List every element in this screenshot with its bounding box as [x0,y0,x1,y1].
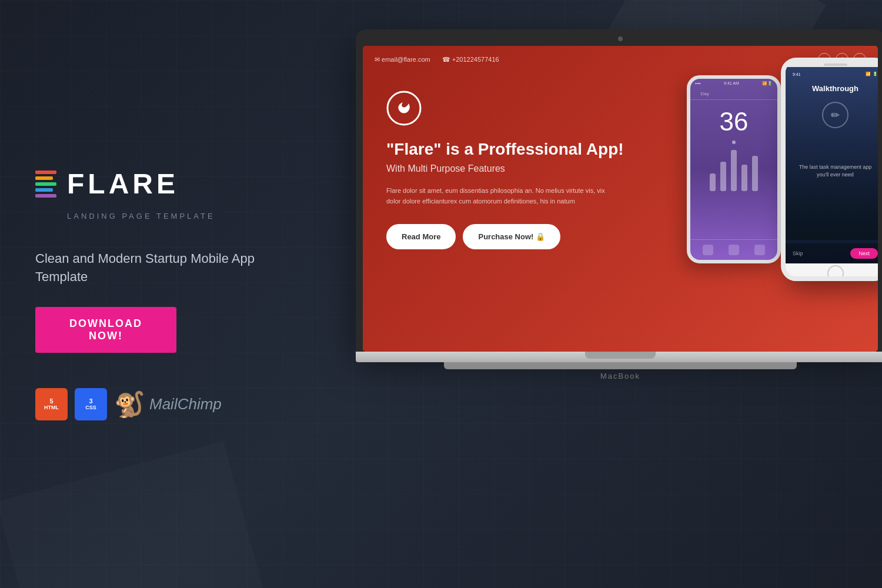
phone2-home-button[interactable] [827,265,844,281]
html-badge: 5 HTML [35,388,68,420]
css-version: 3 [89,397,92,405]
bar-5 [752,156,758,191]
bar-3 [731,150,737,191]
badges-area: 5 HTML 3 CSS 🐒 MailChimp [35,388,294,420]
css-label: CSS [85,405,96,410]
phone1-tab-week[interactable] [719,88,748,99]
bottom-icon-2 [729,245,739,255]
phone2-title: Walkthrough [786,81,878,96]
next-button[interactable]: Next [850,248,878,259]
brand-tagline: LANDING PAGE TEMPLATE [67,212,294,220]
html-version: 5 [49,397,53,405]
screen-logo-icon [386,91,422,126]
skip-button[interactable]: Skip [793,250,803,256]
bar-2 [720,162,726,191]
phone1-tab-month[interactable] [749,88,777,99]
screen-content: ✉ email@flare.com ☎ +201224577416 t f y [363,46,878,352]
phone2-header: 9:41 📶🔋 [786,67,878,81]
phone1-content: 36 [690,100,777,239]
phone1-number: 36 [720,109,749,135]
html-label: HTML [44,405,59,410]
brand-description: Clean and Modern Startup Mobile App Temp… [35,250,294,286]
stripe-purple [35,194,56,198]
phone1-bars [710,156,758,191]
phones-container: •••• 9:41 AM 📶🔋 Day [687,58,878,281]
phone1-tab-day[interactable]: Day [690,88,719,99]
phone1-tabs: Day [690,88,777,100]
purchase-now-button[interactable]: Purchase Now! 🔒 [463,224,560,249]
laptop-base [356,352,882,362]
phone2-signal: 📶🔋 [866,72,878,76]
logo-area: FLARE [35,168,294,200]
screen-description: Flare dolor sit amet, eum dissentias phi… [386,186,610,206]
bar-4 [741,165,747,191]
screen-header-left: ✉ email@flare.com ☎ +201224577416 [375,56,499,64]
bottom-icon-3 [754,245,765,255]
left-panel: FLARE LANDING PAGE TEMPLATE Clean and Mo… [35,0,294,588]
laptop-notch [585,352,656,359]
phone1-bottom-icons [690,239,777,260]
stripe-red [35,171,56,174]
bottom-icon-1 [703,245,713,255]
phone2-screen: 9:41 📶🔋 Walkthrough ✏ The last task mana… [786,67,878,263]
macbook-label: MacBook [356,372,882,380]
phone2-mockup: 9:41 📶🔋 Walkthrough ✏ The last task mana… [781,58,878,281]
screen-email: ✉ email@flare.com [375,56,430,64]
right-panel: ✉ email@flare.com ☎ +201224577416 t f y [341,29,882,380]
mailchimp-area: 🐒 MailChimp [114,390,222,419]
phone1-mockup: •••• 9:41 AM 📶🔋 Day [687,75,781,263]
stripe-blue [35,188,53,192]
brand-name: FLARE [67,168,179,200]
laptop-screen: ✉ email@flare.com ☎ +201224577416 t f y [363,46,878,352]
phone2-pencil-button[interactable]: ✏ [822,102,848,128]
phone2-footer: Skip Next [786,243,878,263]
laptop-mockup: ✉ email@flare.com ☎ +201224577416 t f y [356,29,882,380]
phone2-top [786,62,878,67]
laptop-camera [618,36,623,41]
read-more-button[interactable]: Read More [386,224,456,249]
mailchimp-label: MailChimp [149,395,222,413]
phone2-speaker [824,64,847,66]
stripe-orange [35,176,53,180]
phone1-dot [732,141,736,144]
laptop-frame: ✉ email@flare.com ☎ +201224577416 t f y [356,29,882,352]
screen-phone: ☎ +201224577416 [442,56,499,64]
logo-stripes [35,171,56,198]
phone1-status: •••• 9:41 AM 📶🔋 [690,79,777,88]
phone2-status: 9:41 [793,72,801,76]
stripe-green [35,182,56,186]
phone2-caption: The last task management app you'll ever… [786,163,878,178]
bar-1 [710,173,716,191]
phone1-screen: •••• 9:41 AM 📶🔋 Day [690,79,777,260]
mailchimp-icon: 🐒 [114,390,145,419]
laptop-stand [444,362,797,369]
download-button[interactable]: DOWNLOAD NOW! [35,307,176,353]
css-badge: 3 CSS [75,388,107,420]
